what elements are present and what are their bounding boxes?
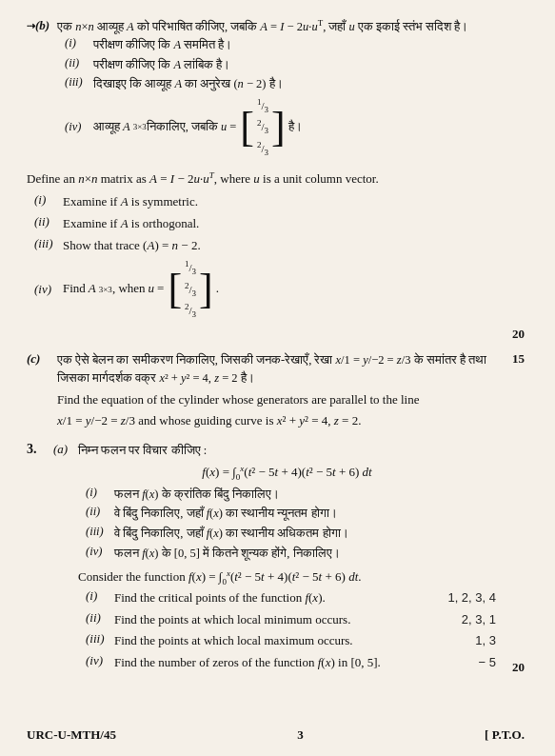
b-english: Define an n×n matrix as A = I − 2u·uT, w…: [27, 169, 525, 321]
q3-hindi-iii: (iii) वे बिंदु निकालिए, जहाँ f(x) का स्थ…: [78, 525, 496, 543]
footer: URC-U-MTH/45 3 [ P.T.O.: [27, 727, 525, 743]
c-content: एक ऐसे बेलन का समीकरण निकालिए, जिसकी जनक…: [57, 351, 496, 432]
handwritten-ii: 2, 3, 1: [462, 610, 496, 630]
q3-eng-i: (i) Find the critical points of the func…: [78, 588, 496, 608]
q3-eng-iv: (iv) Find the number of zeros of the fun…: [78, 653, 496, 673]
and-text: and: [138, 413, 156, 428]
score-3: 20: [496, 660, 525, 675]
section-c: (c) एक ऐसे बेलन का समीकरण निकालिए, जिसकी…: [27, 351, 525, 432]
q3-hindi-iv: (iv) फलन f(x) के [0, 5] में कितने शून्यक…: [78, 545, 496, 563]
b-label: ⇢(b): [27, 17, 57, 33]
b-content: एक n×n आव्यूह A को परिभाषित कीजिए, जबकि …: [57, 17, 525, 161]
footer-right: [ P.T.O.: [485, 727, 525, 743]
section-b: ⇢(b) एक n×n आव्यूह A को परिभाषित कीजिए, …: [27, 17, 525, 342]
q3-hindi-intro: निम्न फलन पर विचार कीजिए :: [78, 442, 496, 460]
b-hindi-iii: (iii) दिखाइए कि आव्यूह A का अनुरेख (n − …: [57, 75, 525, 93]
q3a-label: (a): [53, 442, 78, 457]
footer-center: 3: [297, 727, 304, 743]
matrix-u-english: [ 1/3 2/3 2/3 ]: [168, 257, 212, 321]
q3a-content: निम्न फलन पर विचार कीजिए : f(x) = ∫0x(t²…: [78, 442, 496, 675]
handwritten-i: 1, 2, 3, 4: [447, 588, 496, 608]
matrix-u-hindi: [ 1/3 2/3 2/3 ]: [240, 95, 285, 159]
q3-hindi-i: (i) फलन f(x) के क्रांतिक बिंदु निकालिए।: [78, 486, 496, 504]
c-english: Find the equation of the cylinder whose …: [57, 390, 496, 410]
page: ⇢(b) एक n×n आव्यूह A को परिभाषित कीजिए, …: [0, 0, 555, 756]
score-b: 20: [27, 327, 525, 342]
score-c: 15: [496, 351, 525, 367]
q3-eng-intro: Consider the function f(x) = ∫0x(t² − 5t…: [78, 567, 496, 588]
handwritten-iii: 1, 3: [475, 631, 496, 651]
b-hindi-intro: एक n×n आव्यूह A को परिभाषित कीजिए, जबकि …: [57, 17, 525, 36]
b-eng-iv: (iv) Find A3×3, when u = [ 1/3 2/3 2/3 ]…: [27, 257, 525, 321]
b-eng-ii: (ii) Examine if A is orthogonal.: [27, 214, 525, 234]
c-hindi: एक ऐसे बेलन का समीकरण निकालिए, जिसकी जनक…: [57, 351, 496, 388]
b-hindi-i: (i) परीक्षण कीजिए कि A सममित है।: [57, 36, 525, 54]
b-eng-i: (i) Examine if A is symmetric.: [27, 192, 525, 212]
section-3: 3. (a) निम्न फलन पर विचार कीजिए : f(x) =…: [27, 442, 525, 675]
handwritten-iv: − 5: [479, 653, 496, 673]
b-eng-iii: (iii) Show that trace (A) = n − 2.: [27, 236, 525, 256]
b-hindi-ii: (ii) परीक्षण कीजिए कि A लांबिक है।: [57, 56, 525, 74]
q3-hindi-ii: (ii) वे बिंदु निकालिए, जहाँ f(x) का स्था…: [78, 505, 496, 523]
func-display-hindi: f(x) = ∫0x(t² − 5t + 4)(t² − 5t + 6) dt: [78, 464, 496, 482]
q3-eng-iii: (iii) Find the points at which local max…: [78, 631, 496, 651]
q3-eng-ii: (ii) Find the points at which local mini…: [78, 610, 496, 630]
b-hindi-iv: (iv) आव्यूह A3×3 निकालिए, जबकि u = [ 1/3…: [57, 95, 525, 159]
q3-label: 3.: [27, 442, 53, 457]
c-label: (c): [27, 351, 57, 367]
c-english-2: x/1 = y/−2 = z/3 and whose guiding curve…: [57, 411, 496, 430]
question-b-row: ⇢(b) एक n×n आव्यूह A को परिभाषित कीजिए, …: [27, 17, 525, 161]
b-english-intro: Define an n×n matrix as A = I − 2u·uT, w…: [27, 169, 525, 189]
footer-left: URC-U-MTH/45: [27, 727, 116, 743]
